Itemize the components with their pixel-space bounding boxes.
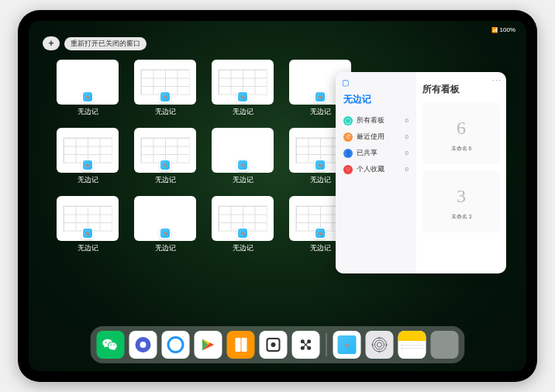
svg-point-8	[377, 342, 382, 347]
sidebar-toggle-icon[interactable]: ▢	[342, 78, 410, 87]
freeform-app-icon	[236, 91, 249, 103]
dock-notes-icon[interactable]	[398, 331, 426, 359]
board-card[interactable]: 6未命名 6	[422, 102, 500, 164]
thumb-label: 无边记	[233, 175, 253, 185]
more-icon[interactable]: ···	[492, 75, 502, 84]
thumb-label: 无边记	[78, 107, 98, 117]
dock	[91, 326, 465, 363]
freeform-app-icon	[81, 91, 94, 103]
freeform-main-window[interactable]: ▢ 无边记 ◯所有看板0⏱最近使用0👤已共享0♡个人收藏0 ··· 所有看板 6…	[336, 72, 506, 273]
new-window-button[interactable]: +	[43, 36, 60, 50]
sidebar-item-label: 个人收藏	[357, 164, 384, 174]
window-thumb[interactable]: 无边记	[57, 196, 119, 253]
dock-play-icon[interactable]	[195, 331, 222, 359]
freeform-app-icon	[314, 227, 326, 239]
dock-camera-obscura-icon[interactable]	[260, 331, 288, 359]
thumb-preview	[134, 128, 196, 173]
thumb-preview	[212, 128, 274, 173]
ipad-frame: 📶 100% + 重新打开已关闭的窗口 无边记无边记无边记无边记无边记无边记无边…	[18, 10, 537, 382]
window-thumb[interactable]: 无边记	[57, 60, 119, 117]
thumb-label: 无边记	[155, 243, 176, 253]
main-panel: ··· 所有看板 6未命名 63未命名 3	[416, 72, 506, 273]
freeform-app-icon	[81, 159, 94, 171]
teal-icon: ◯	[343, 116, 353, 126]
freeform-app-icon	[81, 227, 94, 239]
sidebar-item-label: 已共享	[357, 148, 377, 158]
dock-wechat-icon[interactable]	[97, 331, 125, 359]
thumb-label: 无边记	[310, 107, 331, 117]
freeform-app-icon	[159, 91, 171, 103]
sidebar-item[interactable]: ⏱最近使用0	[342, 129, 410, 145]
thumb-preview	[134, 196, 196, 241]
thumb-label: 无边记	[310, 243, 331, 253]
window-thumb[interactable]: 无边记	[212, 128, 274, 185]
sidebar-item-count: 0	[405, 117, 408, 124]
sidebar-item-count: 0	[405, 166, 408, 173]
thumb-preview	[212, 196, 274, 241]
sidebar-item[interactable]: ◯所有看板0	[342, 112, 410, 129]
dock-separator	[326, 333, 327, 356]
dock-freeform-icon[interactable]	[333, 331, 361, 359]
status-bar: 📶 100%	[29, 24, 526, 35]
board-name: 未命名 3	[451, 213, 472, 221]
window-thumb[interactable]: 无边记	[212, 60, 274, 117]
sidebar-item-count: 0	[405, 133, 408, 140]
main-title: 所有看板	[422, 83, 500, 96]
thumb-preview	[57, 60, 119, 105]
screen: 📶 100% + 重新打开已关闭的窗口 无边记无边记无边记无边记无边记无边记无边…	[29, 21, 526, 371]
orange-icon: ⏱	[343, 132, 353, 142]
thumb-label: 无边记	[310, 175, 331, 185]
dock-settings-icon[interactable]	[366, 331, 394, 359]
window-thumb[interactable]: 无边记	[134, 196, 196, 253]
window-thumb[interactable]: 无边记	[212, 196, 274, 253]
dock-qqbrowser-icon[interactable]	[162, 331, 190, 359]
dock-quark-icon[interactable]	[129, 331, 157, 359]
thumb-label: 无边记	[78, 175, 98, 185]
thumb-label: 无边记	[155, 175, 176, 185]
board-sketch: 6	[447, 114, 475, 142]
dock-dots-icon[interactable]	[292, 331, 320, 359]
sidebar-item-label: 最近使用	[357, 132, 384, 142]
thumb-preview	[57, 128, 119, 173]
sidebar-item-label: 所有看板	[357, 115, 384, 126]
board-name: 未命名 6	[451, 145, 472, 153]
thumb-label: 无边记	[155, 107, 176, 117]
sidebar: ▢ 无边记 ◯所有看板0⏱最近使用0👤已共享0♡个人收藏0	[336, 72, 416, 273]
freeform-app-icon	[236, 159, 249, 171]
sidebar-item[interactable]: ♡个人收藏0	[342, 161, 410, 177]
thumb-preview	[134, 60, 196, 105]
board-sketch: 3	[447, 182, 475, 210]
freeform-app-icon	[314, 159, 326, 171]
windows-grid: 无边记无边记无边记无边记无边记无边记无边记无边记无边记无边记无边记无边记	[57, 60, 351, 253]
reopen-closed-window-button[interactable]: 重新打开已关闭的窗口	[64, 37, 147, 50]
board-card[interactable]: 3未命名 3	[422, 170, 500, 232]
thumb-label: 无边记	[78, 243, 98, 253]
thumb-label: 无边记	[233, 243, 253, 253]
thumb-preview	[57, 196, 119, 241]
freeform-app-icon	[159, 227, 171, 239]
blue-icon: 👤	[343, 149, 353, 158]
window-thumb[interactable]: 无边记	[134, 128, 196, 185]
thumb-label: 无边记	[233, 107, 253, 117]
thumb-preview	[212, 60, 274, 105]
dock-app-folder[interactable]	[431, 331, 459, 359]
svg-point-7	[375, 340, 384, 349]
window-thumb[interactable]: 无边记	[134, 60, 196, 117]
window-thumb[interactable]: 无边记	[57, 128, 119, 185]
freeform-app-icon	[159, 159, 171, 171]
freeform-app-icon	[314, 91, 326, 103]
sidebar-item[interactable]: 👤已共享0	[342, 145, 410, 161]
red-icon: ♡	[343, 165, 353, 174]
freeform-app-icon	[236, 227, 249, 239]
stage-controls: + 重新打开已关闭的窗口	[43, 36, 147, 50]
sidebar-title: 无边记	[343, 93, 410, 106]
status-battery: 📶 100%	[491, 26, 515, 33]
sidebar-item-count: 0	[405, 150, 408, 156]
dock-books-icon[interactable]	[227, 331, 255, 359]
